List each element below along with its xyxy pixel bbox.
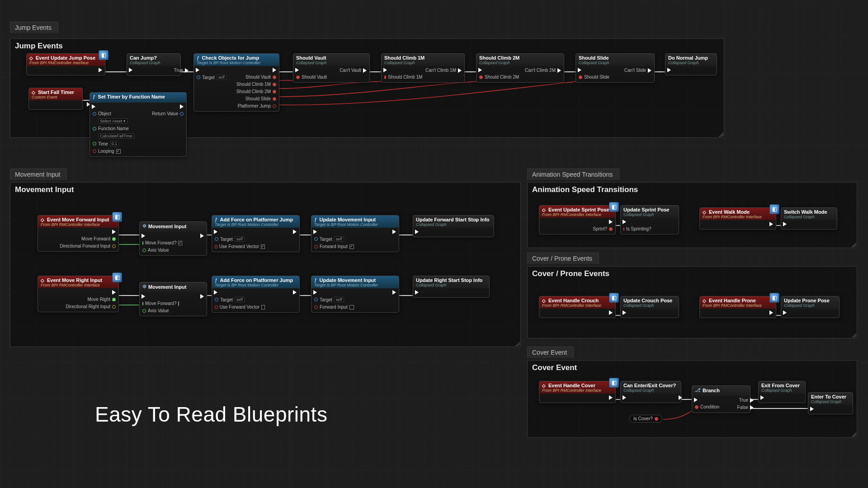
node-should-climb-1m[interactable]: Should Climb 1MCollapsed Graph Should Cl… [381,53,465,83]
node-event-update-jump-pose[interactable]: Event Update Jump PoseFrom BPI RMControl… [26,53,105,75]
node-subtitle: Collapsed Graph [811,399,849,404]
blueprint-badge-icon [769,293,779,303]
resize-handle[interactable] [515,342,520,346]
pin-value: self [217,75,226,80]
node-title: Add Force on Platformer Jump [220,217,293,222]
resize-handle[interactable] [852,432,856,437]
node-update-crouch-pose[interactable]: Update Crouch PoseCollapsed Graph [620,296,679,318]
node-update-right-startstop[interactable]: Update Right Start Stop InfoCollapsed Gr… [413,276,490,298]
node-title: Update Crouch Pose [623,298,672,303]
pin-value[interactable]: 0.1 [110,141,119,146]
node-update-sprint-pose[interactable]: Update Sprint PoseCollapsed Graph Is Spr… [620,205,679,235]
node-event-walk-mode[interactable]: Event Walk ModeFrom BPI RMController Int… [699,207,776,230]
node-event-handle-cover[interactable]: Event Handle CoverFrom BPI RMController … [539,381,616,403]
node-title: Add Force on Platformer Jump [220,277,293,283]
checkbox[interactable] [349,305,354,310]
pin-label-true: True [174,68,183,73]
blueprint-badge-icon [609,293,619,303]
node-enter-to-cover[interactable]: Enter To CoverCollapsed Graph [808,392,853,414]
node-title: Enter To Cover [811,394,846,399]
node-event-update-sprint-pose[interactable]: Event Update Sprint PoseFrom BPI RMContr… [539,205,616,235]
node-movement-input-2[interactable]: ✲Movement Input Move Forward? Axis Value [139,282,207,316]
section-movement-input: Movement Input Event Move Forward InputF… [10,182,521,347]
pin-label: Can't Climb 2M [525,68,556,73]
node-title: Can Jump? [130,55,157,61]
pin-label: Target [202,75,215,80]
pin-label: Should Climb 2M [236,89,271,94]
node-subtitle: Target is BP Root Motion Controller [215,222,296,227]
node-should-climb-2m[interactable]: Should Climb 2MCollapsed Graph Should Cl… [476,53,564,83]
node-title: Should Climb 1M [384,55,425,61]
checkbox[interactable] [261,305,265,310]
checkbox[interactable] [261,244,265,249]
node-update-forward-startstop[interactable]: Update Forward Start Stop InfoCollapsed … [413,215,494,237]
node-should-slide[interactable]: Should SlideCollapsed Graph Should Slide… [576,53,655,83]
node-set-timer-by-function-name[interactable]: Set Timer by Function Name Object Select… [90,92,187,157]
tab-anim-speed[interactable]: Animation Speed Transitions [527,169,619,180]
node-update-movement-input-1[interactable]: Update Movement InputTarget is BP Root M… [311,215,399,252]
section-title-anim: Animation Speed Transitions [528,183,857,197]
node-subtitle: From BPI RMController Interface [41,222,115,227]
node-subtitle: From BPI RMController Interface [542,388,612,393]
pin-label: Should Slide [245,96,271,101]
pin-label: Target [220,297,233,302]
pin-label: Forward Input [320,244,348,249]
pin-label: Should Vault [245,75,271,80]
node-start-fall-timer[interactable]: Start Fall TimerCustom Event [28,88,83,110]
tab-cover-prone[interactable]: Cover / Prone Events [527,253,599,264]
node-subtitle: Collapsed Graph [579,61,651,65]
node-update-movement-input-2[interactable]: Update Movement InputTarget is BP Root M… [311,276,399,313]
node-exit-from-cover[interactable]: Exit From CoverCollapsed Graph [758,381,806,403]
node-event-handle-crouch[interactable]: Event Handle CrouchFrom BPI RMController… [539,296,616,318]
pin-value[interactable]: CalculateFallTime [98,133,134,139]
node-branch[interactable]: ⎇Branch Condition True False [692,385,750,413]
node-add-force-platformer-2[interactable]: Add Force on Platformer JumpTarget is BP… [212,276,300,313]
pin-label: Can't Slide [624,68,646,73]
resize-handle[interactable] [852,333,856,338]
node-switch-walk-mode[interactable]: Switch Walk ModeCollapsed Graph [781,207,837,230]
pin-label: Use Forward Vector [220,305,259,310]
node-movement-input-1[interactable]: ✲Movement Input Move Forward? Axis Value [139,221,207,256]
node-title: Should Climb 2M [479,55,519,61]
section-title-cover-prone: Cover / Prone Events [528,267,857,281]
pin-label: Should Climb 1M [388,75,422,80]
pin-label: Time [98,141,108,146]
node-subtitle: Custom Event [32,95,79,99]
pin-label: Directional Forward Input [60,244,110,249]
node-title: Update Movement Input [320,277,376,283]
tab-movement-input[interactable]: Movement Input [10,169,67,180]
node-check-objects-for-jump[interactable]: Check Objects for JumpTarget is BP Root … [193,53,279,112]
blueprint-badge-icon [609,202,619,212]
node-title: Event Walk Mode [709,209,750,215]
node-can-jump[interactable]: Can Jump?Collapsed Graph True [127,53,181,76]
checkbox-looping[interactable] [116,149,121,154]
node-title: Event Update Jump Pose [36,55,95,61]
node-subtitle: Collapsed Graph [416,222,490,227]
node-do-normal-jump[interactable]: Do Normal JumpCollapsed Graph [665,53,717,75]
checkbox[interactable] [349,244,354,249]
node-subtitle: Collapsed Graph [384,61,461,65]
node-event-handle-prone[interactable]: Event Handle ProneFrom BPI RMController … [699,296,776,318]
pill-is-cover[interactable]: Is Cover? [629,415,662,422]
node-update-prone-pose[interactable]: Update Prone PoseCollapsed Graph [781,296,840,318]
node-title: Update Prone Pose [784,298,830,303]
node-event-move-forward-input[interactable]: Event Move Forward InputFrom BPI RMContr… [38,215,119,252]
node-add-force-platformer-1[interactable]: Add Force on Platformer JumpTarget is BP… [212,215,300,252]
node-can-enter-exit-cover[interactable]: Can Enter/Exit Cover?Collapsed Graph [620,381,681,403]
pin-label: Is Sprinting? [626,226,651,231]
tab-jump-events[interactable]: Jump Events [10,22,58,33]
blueprint-badge-icon [112,212,122,222]
node-title: Switch Walk Mode [784,209,827,215]
tab-cover-event[interactable]: Cover Event [527,347,574,358]
section-anim-speed: Animation Speed Transitions Event Update… [527,182,857,248]
resize-handle[interactable] [719,132,723,137]
node-title: Update Right Start Stop Info [416,277,482,283]
node-subtitle: Collapsed Graph [784,303,835,308]
node-subtitle: Collapsed Graph [668,61,713,65]
node-subtitle: Collapsed Graph [416,283,486,287]
pin-label: Object [98,111,111,116]
resize-handle[interactable] [852,243,856,247]
node-should-vault[interactable]: Should VaultCollapsed Graph Should Vault… [293,53,370,83]
pin-value[interactable]: Select Asset ▾ [98,118,127,124]
node-event-move-right-input[interactable]: Event Move Right InputFrom BPI RMControl… [38,276,119,312]
